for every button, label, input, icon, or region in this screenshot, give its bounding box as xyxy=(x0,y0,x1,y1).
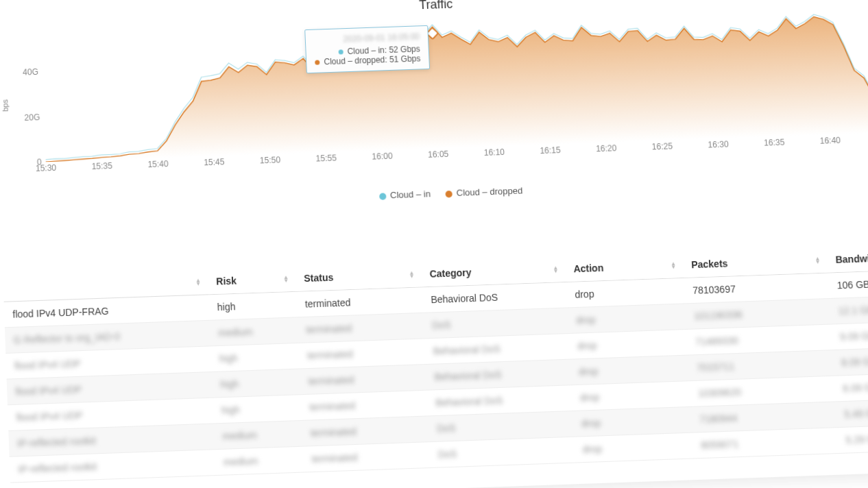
x-tick: 16:40 xyxy=(819,136,841,146)
cell-risk: high xyxy=(208,291,298,320)
cell-category: DoS xyxy=(429,437,575,467)
col-header-status[interactable]: Status▲▼ xyxy=(295,262,422,291)
chart-tooltip: 2020-09-01 16:05:00 Cloud – in: 52 Gbps … xyxy=(304,25,430,73)
x-tick: 16:20 xyxy=(596,143,617,154)
sort-icon[interactable]: ▲▼ xyxy=(553,266,558,273)
y-tick: 40G xyxy=(18,67,39,77)
sort-icon[interactable]: ▲▼ xyxy=(815,257,821,264)
col-header-category[interactable]: Category▲▼ xyxy=(421,256,566,286)
col-header-bandwidth[interactable]: Bandwidth xyxy=(827,245,868,273)
y-axis-label: bps xyxy=(1,99,10,112)
traffic-chart[interactable]: bps 020G40G 15:3015:3515:4015:4515:5015:… xyxy=(0,2,868,191)
cell-risk: medium xyxy=(209,317,298,346)
legend-dot-icon xyxy=(379,193,386,199)
x-tick: 15:35 xyxy=(91,161,112,171)
cell-status: terminated xyxy=(300,390,428,420)
col-header-risk[interactable]: Risk▲▼ xyxy=(207,266,296,294)
x-tick: 15:40 xyxy=(147,159,169,169)
bullet-icon xyxy=(338,50,343,55)
attacks-table: ▲▼ Risk▲▼ Status▲▼ Category▲▼ Action▲▼ P… xyxy=(3,245,868,483)
x-tick: 15:30 xyxy=(36,163,57,173)
cell-bandwidth: 6.09 GB xyxy=(834,374,868,402)
cell-risk: medium xyxy=(215,446,304,475)
cell-risk: high xyxy=(212,369,301,398)
cell-status: terminated xyxy=(298,313,424,343)
legend-label-in[interactable]: Cloud – in xyxy=(390,188,431,200)
bullet-icon xyxy=(315,60,320,65)
cell-bandwidth: 5.49 GB xyxy=(835,400,868,428)
cell-bandwidth: 8.09 GB xyxy=(832,347,868,376)
cell-risk: medium xyxy=(214,420,303,449)
cell-status: terminated xyxy=(303,442,431,472)
tooltip-header: 2020-09-01 16:05:00 xyxy=(314,32,420,45)
x-tick: 16:00 xyxy=(372,151,393,162)
x-tick: 16:25 xyxy=(651,141,673,151)
cell-bandwidth: 5.29 GB xyxy=(836,425,868,453)
sort-icon[interactable]: ▲▼ xyxy=(409,271,414,278)
col-header-action[interactable]: Action▲▼ xyxy=(565,252,684,282)
sort-icon[interactable]: ▲▼ xyxy=(195,278,201,285)
col-header-packets[interactable]: Packets▲▼ xyxy=(682,247,828,278)
x-tick: 16:10 xyxy=(483,147,505,158)
x-tick: 16:05 xyxy=(428,149,449,160)
cell-action: drop xyxy=(574,432,693,463)
x-tick: 15:50 xyxy=(260,155,281,165)
x-tick: 15:45 xyxy=(204,157,225,167)
cell-risk: high xyxy=(210,343,300,371)
sort-icon[interactable]: ▲▼ xyxy=(283,276,289,282)
legend-dot-icon xyxy=(445,191,453,197)
cell-status: terminated xyxy=(300,365,426,395)
traffic-panel: Traffic bps 020G40G 15:3015:3515:4015:45… xyxy=(0,0,868,488)
cell-action: drop xyxy=(570,355,689,385)
cell-action: drop xyxy=(568,329,688,359)
cell-status: terminated xyxy=(302,416,429,446)
cell-status: terminated xyxy=(296,287,423,317)
cell-action: drop xyxy=(566,278,685,308)
x-tick: 16:30 xyxy=(708,139,729,149)
cell-packets: 8059071 xyxy=(692,428,838,459)
cell-action: drop xyxy=(571,381,690,411)
cell-risk: high xyxy=(213,395,302,424)
x-tick: 16:35 xyxy=(764,138,785,148)
cell-action: drop xyxy=(572,406,692,437)
sort-icon[interactable]: ▲▼ xyxy=(671,262,676,269)
y-tick: 20G xyxy=(19,112,40,123)
cell-bandwidth: 106 GB xyxy=(828,271,868,299)
x-tick: 16:15 xyxy=(540,145,561,156)
cell-action: drop xyxy=(567,304,686,334)
cell-bandwidth: 12.1 GB xyxy=(830,296,868,324)
cell-status: terminated xyxy=(298,339,425,369)
x-tick: 15:55 xyxy=(315,153,337,163)
cell-bandwidth: 9.09 GB xyxy=(831,322,868,350)
